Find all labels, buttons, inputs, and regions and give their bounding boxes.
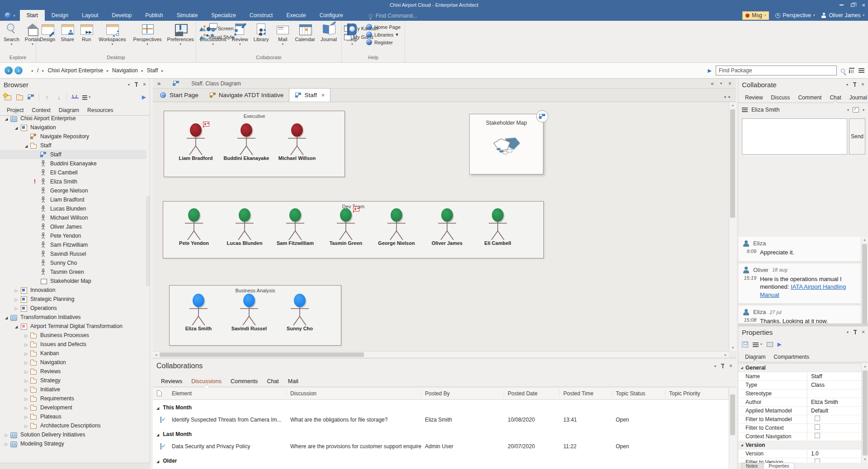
tree-item[interactable]: Sunny Cho [0, 258, 146, 267]
browser-menu-button[interactable]: ▾ [82, 93, 90, 101]
tree-item[interactable]: Transformation Initiatives [0, 313, 146, 322]
column-header[interactable]: Topic Priority [665, 389, 729, 398]
filter-columns-icon[interactable] [849, 68, 854, 73]
tree-item[interactable]: Plateaus [0, 412, 146, 421]
panel-menu-icon[interactable]: ▾ [847, 330, 849, 334]
tree-item[interactable]: Business Processes [0, 331, 146, 340]
search-button[interactable]: Search▾ [1, 22, 22, 53]
actor-element[interactable]: Eli Cambell [472, 208, 523, 246]
chevron-down-icon[interactable]: ▾ [847, 108, 849, 112]
property-value[interactable]: Staff [807, 372, 861, 381]
close-icon[interactable]: × [861, 82, 864, 87]
new-package-button[interactable] [4, 93, 12, 101]
tree-expander-icon[interactable] [3, 441, 10, 447]
ribbon-tab[interactable]: Publish [138, 10, 170, 21]
mail-button[interactable]: Mail▾ [273, 22, 292, 53]
checkbox[interactable] [815, 416, 820, 421]
tree-expander-icon[interactable] [3, 431, 10, 438]
tree-item[interactable]: Initiative [0, 385, 146, 394]
actor-element[interactable]: Savindi Russel [224, 294, 274, 331]
property-row[interactable]: Author Eliza Smith [738, 398, 861, 407]
tree-item[interactable]: Sam Fitzwilliam [0, 240, 146, 249]
property-row[interactable]: Filter to Version [738, 458, 861, 463]
tree-expander-icon[interactable] [23, 359, 30, 366]
back-button[interactable]: ‹ [5, 66, 13, 75]
scroll-right-icon[interactable]: ► [722, 352, 729, 358]
table-row[interactable]: Older [153, 455, 729, 466]
bottom-tab[interactable]: Properties [764, 463, 794, 469]
tree-item[interactable]: Strategy [0, 376, 146, 385]
chat-menu-icon[interactable] [742, 108, 748, 108]
actor-element[interactable]: George Nielson [371, 208, 422, 246]
locate-element-button[interactable] [71, 93, 79, 101]
collaborations-tab[interactable]: Mail [283, 376, 303, 387]
diagram-vertical-scrollbar[interactable]: ▲ ▼ [729, 102, 736, 351]
actor-element[interactable]: Eliza Smith [173, 294, 224, 331]
staff-class-diagram-canvas[interactable]: Executive Liam Bradford Buddini Ekanayak [153, 102, 736, 358]
diagram-horizontal-scrollbar[interactable]: ◄ ► [153, 351, 729, 358]
breadcrumb-expand-icon[interactable]: ▸ [161, 69, 163, 73]
tree-expander-icon[interactable] [13, 296, 20, 302]
table-row[interactable]: Identify Suspected Threats from Camera I… [153, 413, 729, 427]
new-diagram-button[interactable] [27, 93, 35, 101]
checkbox[interactable] [815, 424, 820, 430]
property-row[interactable]: Version 1.0 [738, 450, 861, 458]
panel-menu-icon[interactable]: ▾ [720, 81, 722, 85]
tree-item[interactable]: Staff [0, 150, 146, 159]
column-header[interactable]: Posted By [421, 389, 504, 398]
tree-item[interactable]: Buddini Ekanayake [0, 159, 146, 168]
scrollbar-thumb[interactable] [160, 352, 364, 357]
document-tab[interactable]: Navigate ATDT Initiative × [204, 88, 289, 102]
tree-expander-icon[interactable] [23, 386, 30, 393]
menu-icon[interactable] [753, 342, 759, 343]
document-tab[interactable]: Start Page × [155, 88, 204, 102]
ribbon-tab[interactable]: Simulate [170, 10, 205, 21]
tree-expander-icon[interactable] [23, 395, 30, 402]
save-icon[interactable] [742, 342, 748, 347]
workspaces-button[interactable]: Workspaces▾ [96, 22, 128, 53]
close-icon[interactable]: × [321, 92, 325, 98]
group-row-label[interactable]: This Month [153, 404, 729, 411]
find-command-input[interactable] [376, 13, 443, 19]
scroll-down-icon[interactable]: ▼ [729, 345, 736, 351]
expand-icon[interactable]: ▶ [778, 341, 782, 347]
tree-item[interactable]: Tasmin Green [0, 267, 146, 277]
move-down-button[interactable]: ↓ [55, 93, 63, 101]
boundary-executive[interactable]: Executive Liam Bradford Buddini Ekanayak [164, 111, 345, 177]
msg-notification-button[interactable]: Msg ▾ [742, 11, 769, 20]
ribbon-tab[interactable]: Develop [105, 10, 138, 21]
collaborate-tab[interactable]: Journal [845, 93, 868, 103]
ribbon-tab[interactable]: Layout [75, 10, 105, 21]
tree-item[interactable]: Chixi Airport Enterprise [0, 114, 146, 123]
current-user-button[interactable]: Oliver James ▾ [821, 12, 864, 19]
group-row-label[interactable]: Last Month [153, 431, 729, 437]
collaborate-tab[interactable]: Chat [826, 93, 845, 103]
tree-expander-icon[interactable] [23, 422, 30, 429]
tree-expander-icon[interactable] [23, 377, 30, 384]
property-row[interactable]: Version [738, 441, 861, 450]
library-button[interactable]: Library [251, 22, 272, 53]
checkbox[interactable] [815, 459, 820, 463]
property-value[interactable] [807, 415, 861, 424]
tree-item[interactable]: Issues and Defects [0, 340, 146, 349]
minimize-icon[interactable] [840, 5, 844, 5]
chat-message[interactable]: Eliza 9:09 Appreciate it. [738, 237, 861, 261]
property-value[interactable] [807, 458, 861, 463]
tree-item[interactable]: Kanban [0, 349, 146, 358]
tree-item[interactable]: Navigation [0, 123, 146, 132]
tree-item[interactable]: Development [0, 403, 146, 412]
element-properties-icon[interactable] [767, 342, 773, 347]
tree-expander-icon[interactable] [23, 341, 30, 347]
perspective-button[interactable]: Perspective ▾ [775, 12, 815, 19]
collaborate-tab[interactable]: Review [741, 93, 767, 103]
libraries-button[interactable]: Libraries▾ [366, 32, 401, 38]
share-button[interactable]: Share [58, 22, 77, 53]
property-row[interactable]: Filter to Context [738, 424, 861, 432]
pin-icon[interactable] [853, 82, 857, 87]
property-value[interactable] [807, 364, 861, 372]
table-row[interactable]: Last Month [153, 429, 729, 440]
package-nav-icon[interactable]: ▶ [708, 68, 712, 74]
tree-item[interactable]: Savindi Russel [0, 249, 146, 258]
tree-item[interactable]: Operations [0, 304, 146, 313]
group-row-label[interactable]: Older [153, 458, 729, 464]
